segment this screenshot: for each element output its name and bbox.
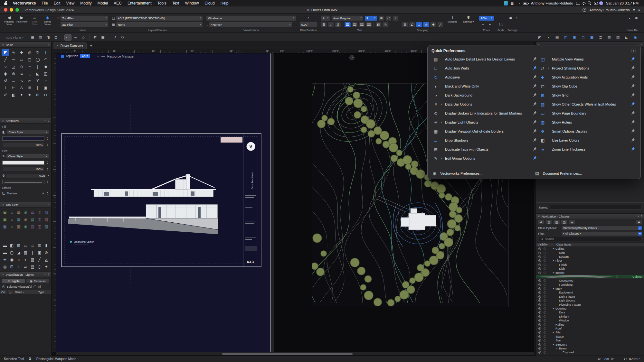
- column-type[interactable]: Type: [37, 290, 51, 294]
- tool-window[interactable]: ⊞: [15, 242, 22, 249]
- text-style-u[interactable]: U: [335, 22, 341, 27]
- class-row-countertop[interactable]: Countertop: [536, 279, 644, 283]
- column-on[interactable]: On: [0, 290, 8, 294]
- menu-text[interactable]: Text: [169, 1, 182, 5]
- visibility-icon[interactable]: [538, 287, 541, 290]
- snapping-settings-button[interactable]: ✱ Settings ▾: [461, 15, 476, 23]
- viewport-list-icon[interactable]: ◫: [561, 220, 568, 225]
- contrast-icon[interactable]: ◑: [545, 34, 552, 41]
- kerning-button[interactable]: ⇄: [385, 15, 392, 21]
- pin-icon[interactable]: [532, 155, 537, 161]
- rows-icon[interactable]: ≣: [597, 34, 604, 41]
- menubar-username[interactable]: Anthony Frausto-Robledo: [531, 1, 573, 5]
- class-row-site[interactable]: ▸Site: [536, 330, 644, 334]
- minimize-window-button[interactable]: [10, 8, 13, 12]
- tool-move[interactable]: ↔: [10, 77, 17, 84]
- tool-join[interactable]: ⊥: [2, 84, 9, 91]
- class-row-system[interactable]: System: [536, 255, 644, 259]
- pin-icon[interactable]: [630, 65, 636, 71]
- tool-line[interactable]: ╱: [2, 56, 9, 63]
- class-row-finish[interactable]: Finish: [536, 263, 644, 267]
- pref-display-light-objects[interactable]: ☀▾Display Light Objects: [431, 118, 538, 127]
- line-spacing-button[interactable]: ↕: [393, 15, 399, 21]
- visibility-icon[interactable]: [544, 267, 546, 270]
- class-row-mep[interactable]: ▾MEP: [536, 287, 644, 291]
- tool-scale-bar[interactable]: ▱: [22, 263, 29, 270]
- class-row-exposed[interactable]: Exposed: [536, 350, 644, 354]
- tool-set-12[interactable]: ◫: [36, 216, 43, 223]
- tool-set-9[interactable]: ▦: [15, 216, 22, 223]
- visibility-icon[interactable]: [544, 335, 546, 338]
- layers-icon[interactable]: ▤: [112, 16, 115, 20]
- line-weight-field[interactable]: 0.05: [6, 173, 46, 178]
- active-layer-dropdown[interactable]: A3.3 [PERSPECTIVE SECTIONS]▾: [116, 15, 203, 21]
- auto-plane-dropdown[interactable]: Auto-Plane▾: [4, 36, 25, 39]
- tool-slab[interactable]: ▭: [22, 242, 29, 249]
- pin-icon[interactable]: [532, 137, 537, 143]
- pen-style-dropdown[interactable]: Class Style▾: [6, 154, 49, 159]
- stack-icon[interactable]: ▤: [554, 34, 561, 41]
- projection-dropdown[interactable]: 2D Plan▾: [60, 22, 109, 27]
- text-edit-button[interactable]: ✎: [383, 22, 389, 27]
- tool-set-4[interactable]: ▤: [29, 209, 36, 216]
- column-class-name[interactable]: Class Name: [554, 243, 644, 246]
- tool-symbol-insert[interactable]: ★: [26, 91, 33, 98]
- visibility-icon[interactable]: [544, 315, 546, 318]
- visibility-icon[interactable]: [544, 351, 546, 354]
- palette-menu-icon[interactable]: ≡: [44, 273, 46, 276]
- visibility-icon[interactable]: [538, 351, 541, 354]
- contrast-icon[interactable]: ◑: [626, 15, 632, 21]
- tool-sheet[interactable]: ▯: [36, 263, 43, 270]
- tool-set-8[interactable]: ⌂: [8, 216, 15, 223]
- angle-snap-icon[interactable]: ∠: [409, 22, 415, 27]
- visibility-icon[interactable]: [544, 347, 546, 350]
- shadow-checkbox[interactable]: [2, 192, 5, 195]
- prev-sel-icon[interactable]: ↺: [111, 34, 118, 41]
- view-bar-menu-icon[interactable]: ≡: [638, 8, 640, 12]
- render-style-icon[interactable]: ◒: [206, 23, 208, 26]
- object-name-input[interactable]: [550, 205, 641, 210]
- tool-texture[interactable]: ▨: [29, 256, 36, 263]
- tool-space-tool[interactable]: ▢: [8, 249, 15, 256]
- pref-auto-display-detail-levels-for-design-layers[interactable]: ▤Auto Display Detail Levels for Design L…: [431, 55, 538, 64]
- visibility-icon[interactable]: [544, 303, 546, 306]
- poly-marquee-icon[interactable]: ◇: [80, 34, 87, 41]
- render-mode-dropdown[interactable]: Wireframe▾: [206, 15, 296, 21]
- text-color-button[interactable]: ◧: [375, 22, 382, 27]
- search-icon[interactable]: [587, 1, 592, 5]
- visibility-icon[interactable]: [544, 323, 546, 326]
- class-row-opening[interactable]: ▾Opening: [536, 307, 644, 311]
- wifi-icon[interactable]: [582, 2, 586, 5]
- visibility-icon[interactable]: [538, 247, 541, 250]
- grid-pane-icon[interactable]: ⊞: [571, 34, 578, 41]
- tool-trim[interactable]: ⌐: [42, 77, 50, 84]
- search-input[interactable]: Search: [538, 237, 642, 241]
- gear-icon[interactable]: ✱: [507, 15, 514, 21]
- extract-icon[interactable]: ◨: [45, 34, 52, 41]
- disclosure-triangle[interactable]: ▸: [552, 331, 555, 334]
- cursor2-icon[interactable]: ◣: [623, 34, 630, 41]
- rect-marquee-icon[interactable]: ▭: [64, 34, 71, 41]
- tool-scale-tool[interactable]: ∆: [18, 84, 25, 91]
- palette-menu-icon[interactable]: ≡: [638, 215, 639, 218]
- visibility-icon[interactable]: [538, 343, 541, 346]
- close-icon[interactable]: ✕: [97, 55, 99, 58]
- menu-modify[interactable]: Modify: [77, 1, 94, 5]
- pref-smart-options-display[interactable]: ❖Smart Options Display: [538, 127, 637, 136]
- control-center-icon[interactable]: [594, 2, 598, 5]
- siri-icon[interactable]: [599, 1, 603, 5]
- zoom-window-button[interactable]: [15, 8, 19, 12]
- tool-dimension[interactable]: ↦: [42, 91, 50, 98]
- line-weight-icon[interactable]: ⊘: [2, 174, 5, 177]
- visibility-icon[interactable]: [544, 287, 546, 290]
- previous-view-button[interactable]: ◀Previous View: [3, 15, 15, 26]
- visibility-icon[interactable]: [538, 267, 541, 270]
- fill-style-dropdown[interactable]: Class Style▾: [6, 130, 49, 135]
- effects-stepper[interactable]: ▴▾: [46, 191, 49, 195]
- tool-pan[interactable]: ✚: [18, 49, 25, 56]
- tool-heliodon[interactable]: ☼: [15, 256, 22, 263]
- visibility-icon[interactable]: [616, 275, 618, 278]
- tool-camera-tool[interactable]: ◉: [8, 256, 15, 263]
- pref-show-rulers[interactable]: ▥Show Rulers: [538, 118, 637, 127]
- visibility-icon[interactable]: [544, 295, 546, 298]
